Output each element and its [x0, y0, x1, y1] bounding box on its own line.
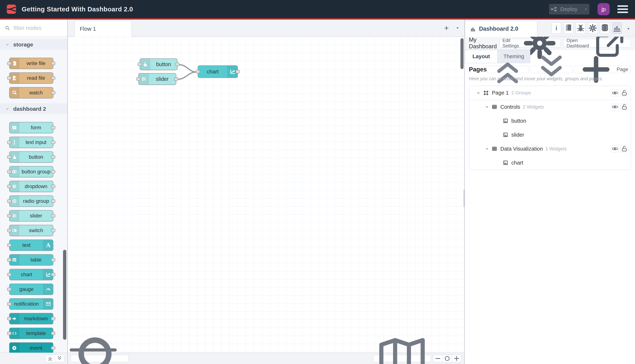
node-port-input[interactable]	[7, 332, 12, 335]
flow-canvas[interactable]: button slider chart	[68, 37, 464, 352]
palette-node-button-group[interactable]: button group	[9, 166, 53, 178]
palette-node-switch[interactable]: switch	[9, 225, 53, 236]
main-menu-icon[interactable]	[617, 5, 628, 13]
canvas-search-button[interactable]	[71, 355, 129, 362]
node-port-input[interactable]	[7, 170, 12, 174]
sidebar-menu-caret-icon[interactable]	[626, 27, 630, 31]
palette-node-text[interactable]: A text	[9, 240, 53, 251]
visibility-toggle-button[interactable]	[611, 145, 619, 152]
palette-node-template[interactable]: template	[9, 328, 53, 339]
deploy-button[interactable]: Deploy	[549, 4, 589, 14]
open-dashboard-button[interactable]: Open Dashboard	[563, 39, 631, 48]
node-port-input[interactable]	[7, 214, 12, 218]
node-port-input[interactable]	[7, 302, 12, 306]
sidebar-tab-dashboard[interactable]: Dashboard 2.0	[465, 21, 537, 37]
node-port-input[interactable]	[7, 258, 12, 262]
node-port-output[interactable]	[51, 91, 55, 94]
palette-node-radio-group[interactable]: radio group	[9, 196, 53, 207]
lock-toggle-button[interactable]	[620, 89, 628, 97]
add-page-button[interactable]: Page	[574, 66, 631, 73]
node-port-output[interactable]	[174, 77, 178, 81]
palette-node-form[interactable]: form	[9, 122, 53, 133]
expand-all-button[interactable]	[530, 66, 572, 73]
node-port-output[interactable]	[51, 258, 55, 262]
node-port-input[interactable]	[7, 273, 12, 276]
node-port-output[interactable]	[175, 63, 180, 66]
filter-nodes-input[interactable]	[13, 24, 63, 32]
palette-category-header[interactable]: dashboard 2	[0, 104, 67, 114]
palette-node-button[interactable]: button	[9, 151, 53, 163]
chevron-down-icon[interactable]	[485, 147, 489, 151]
node-port-output[interactable]	[236, 70, 240, 74]
tree-row-data-visualization[interactable]: Data Visualization 1 Widgets	[469, 142, 631, 156]
lock-toggle-button[interactable]	[620, 103, 628, 111]
sidebar-tool-info[interactable]: i	[551, 22, 561, 34]
zoom-reset-button[interactable]	[442, 355, 452, 362]
visibility-toggle-button[interactable]	[611, 89, 619, 97]
sidebar-tool-gear[interactable]	[588, 22, 597, 34]
palette-node-slider[interactable]: slider	[9, 210, 53, 222]
canvas-node-slider[interactable]: slider	[138, 73, 176, 85]
node-port-output[interactable]	[51, 346, 55, 350]
node-port-output[interactable]	[51, 214, 55, 218]
tree-row-page-1[interactable]: Page 1 2 Groups	[469, 86, 631, 100]
palette-category-header[interactable]: storage	[0, 39, 67, 50]
canvas-node-button[interactable]: button	[140, 58, 178, 70]
node-port-input[interactable]	[7, 62, 12, 65]
edit-settings-button[interactable]: Edit Settings	[499, 39, 561, 48]
node-port-input[interactable]	[138, 63, 142, 66]
palette-node-text-input[interactable]: text input	[9, 137, 53, 148]
node-port-input[interactable]	[7, 76, 12, 80]
palette-node-markdown[interactable]: markdown	[9, 313, 53, 324]
palette-node-watch[interactable]: watch	[9, 87, 53, 98]
flow-tab[interactable]: Flow 1	[75, 21, 132, 37]
deploy-caret-icon[interactable]	[584, 7, 588, 11]
tree-row-chart[interactable]: chart	[469, 156, 631, 170]
palette-node-chart[interactable]: chart	[9, 269, 53, 280]
canvas-vertical-scrollbar[interactable]	[460, 38, 464, 69]
node-port-input[interactable]	[7, 141, 12, 144]
chevrons-down-button[interactable]	[55, 355, 64, 362]
palette-node-dropdown[interactable]: dropdown	[9, 181, 53, 192]
chevron-down-icon[interactable]	[476, 91, 480, 95]
node-port-output[interactable]	[51, 170, 55, 174]
node-port-output[interactable]	[51, 273, 55, 276]
node-port-input[interactable]	[7, 317, 12, 320]
sidebar-tool-book[interactable]	[564, 22, 573, 34]
minimap-button[interactable]	[373, 355, 431, 362]
zoom-out-button[interactable]	[433, 355, 443, 362]
palette-node-gauge[interactable]: gauge	[9, 284, 53, 295]
node-port-output[interactable]	[51, 317, 55, 320]
node-port-output[interactable]	[51, 200, 55, 203]
sidebar-tool-bug[interactable]	[576, 22, 585, 34]
palette-node-table[interactable]: table	[9, 254, 53, 266]
tree-row-slider[interactable]: slider	[469, 128, 631, 142]
palette-node-notification[interactable]: notification	[9, 298, 53, 310]
node-port-output[interactable]	[51, 229, 55, 232]
chevron-down-icon[interactable]	[485, 105, 489, 109]
palette-scrollbar[interactable]	[63, 250, 66, 340]
sidebar-tool-bar-chart[interactable]	[612, 22, 622, 34]
node-port-output[interactable]	[51, 126, 55, 130]
node-port-output[interactable]	[51, 62, 55, 65]
flow-list-caret-icon[interactable]	[455, 26, 459, 30]
sidebar-tool-database[interactable]	[600, 22, 610, 34]
node-port-input[interactable]	[7, 288, 12, 291]
tree-row-controls[interactable]: Controls 2 Widgets	[469, 100, 631, 114]
chevrons-up-button[interactable]	[45, 355, 55, 362]
collapse-all-button[interactable]	[487, 66, 529, 73]
node-port-output[interactable]	[51, 332, 55, 335]
user-avatar[interactable]: jp	[597, 3, 610, 15]
node-port-input[interactable]	[7, 185, 12, 188]
tree-row-button[interactable]: button	[469, 114, 631, 128]
node-port-output[interactable]	[51, 185, 55, 188]
visibility-toggle-button[interactable]	[611, 103, 619, 111]
lock-toggle-button[interactable]	[620, 145, 628, 152]
add-flow-icon[interactable]	[444, 25, 449, 31]
palette-node-write-file[interactable]: write file	[9, 58, 53, 69]
node-port-output[interactable]	[51, 155, 55, 159]
node-port-input[interactable]	[7, 200, 12, 203]
node-port-output[interactable]	[51, 76, 55, 80]
canvas-node-chart[interactable]: chart	[198, 66, 238, 78]
palette-node-event[interactable]: event	[9, 342, 53, 352]
